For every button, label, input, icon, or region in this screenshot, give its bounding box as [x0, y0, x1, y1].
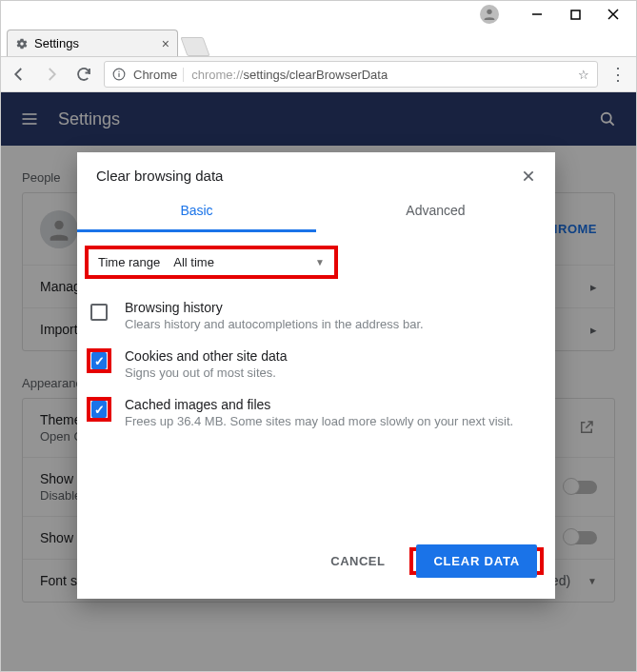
dropdown-icon: ▼ [315, 257, 325, 267]
option-title: Browsing history [125, 300, 424, 315]
option-title: Cookies and other site data [125, 348, 287, 364]
browser-toolbar: Chrome chrome://settings/clearBrowserDat… [1, 56, 636, 92]
address-bar[interactable]: Chrome chrome://settings/clearBrowserDat… [104, 61, 598, 88]
bookmark-star-icon[interactable]: ☆ [578, 68, 589, 82]
option-title: Cached images and files [125, 397, 513, 412]
dialog-title: Clear browsing data [96, 168, 223, 184]
overflow-menu-button[interactable]: ⋮ [606, 64, 630, 85]
tab-close-icon[interactable]: × [162, 36, 169, 51]
option-cookies[interactable]: ✓ Cookies and other site data Signs you … [77, 341, 555, 389]
tab-title: Settings [34, 36, 79, 50]
dialog-close-button[interactable] [521, 168, 536, 184]
time-range-select[interactable]: Time range All time ▼ [85, 246, 338, 279]
checkbox-cookies[interactable]: ✓ [91, 352, 107, 369]
clear-browsing-data-dialog: Clear browsing data Basic Advanced Time … [77, 152, 555, 599]
back-button[interactable] [7, 62, 31, 87]
site-info-icon[interactable] [112, 68, 126, 81]
url-path: settings/clearBrowserData [243, 68, 388, 82]
option-sub: Clears history and autocompletions in th… [125, 317, 424, 331]
time-range-label: Time range [98, 255, 160, 269]
url-host: chrome:// [191, 68, 243, 82]
window-titlebar [1, 1, 636, 28]
time-range-value: All time [173, 255, 214, 269]
new-tab-button[interactable] [180, 37, 209, 56]
gear-icon [15, 37, 29, 50]
checkbox-cache[interactable]: ✓ [91, 401, 107, 418]
option-browsing-history[interactable]: Browsing history Clears history and auto… [77, 292, 555, 341]
svg-rect-7 [118, 71, 119, 72]
tab-advanced[interactable]: Advanced [316, 191, 555, 232]
browser-tab-settings[interactable]: Settings × [7, 30, 178, 56]
close-window-button[interactable] [594, 3, 632, 26]
option-sub: Signs you out of most sites. [125, 366, 287, 380]
forward-button[interactable] [39, 62, 64, 87]
maximize-button[interactable] [556, 3, 594, 26]
tab-basic[interactable]: Basic [77, 191, 316, 232]
option-sub: Frees up 36.4 MB. Some sites may load mo… [125, 414, 513, 428]
url-scheme-label: Chrome [133, 68, 184, 82]
option-cache[interactable]: ✓ Cached images and files Frees up 36.4 … [77, 389, 555, 438]
clear-data-highlight: CLEAR DATA [409, 547, 544, 575]
clear-data-button[interactable]: CLEAR DATA [416, 544, 537, 578]
svg-rect-6 [118, 73, 119, 77]
svg-point-0 [487, 10, 491, 14]
cancel-button[interactable]: CANCEL [315, 544, 400, 578]
reload-button[interactable] [71, 62, 96, 87]
svg-rect-2 [571, 10, 580, 19]
minimize-button[interactable] [518, 3, 556, 26]
profile-avatar-icon[interactable] [480, 5, 499, 24]
checkbox-browsing-history[interactable] [90, 304, 108, 321]
dialog-tabs: Basic Advanced [77, 191, 555, 232]
browser-tabstrip: Settings × [1, 28, 636, 56]
